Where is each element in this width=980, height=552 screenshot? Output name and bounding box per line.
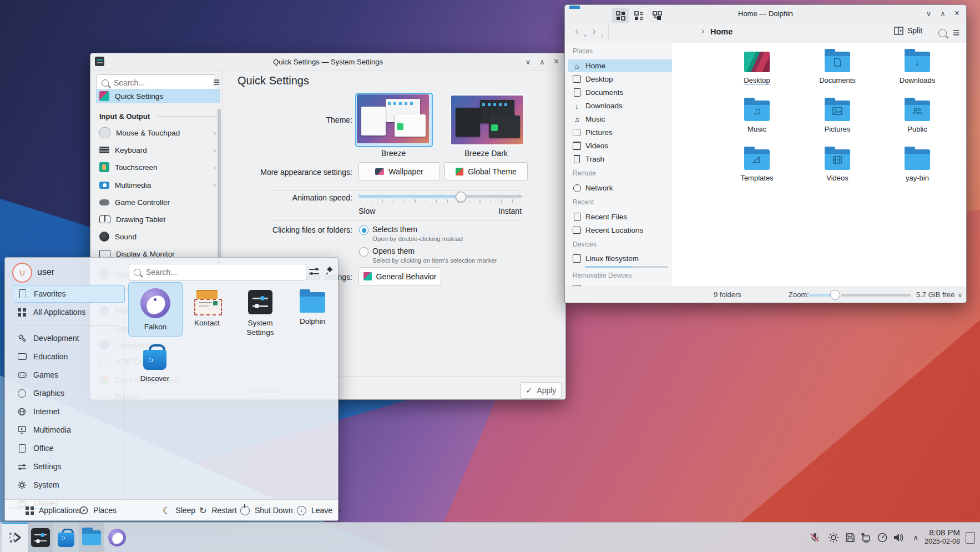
launcher-button[interactable] <box>2 523 28 552</box>
sleep-button[interactable]: ☾ Sleep <box>163 500 195 520</box>
sidebar-item-mouse-touchpad[interactable]: Mouse & Touchpad › <box>96 126 220 140</box>
network-icon[interactable] <box>860 532 871 543</box>
microphone-muted-icon[interactable] <box>809 532 820 543</box>
close-icon[interactable]: × <box>554 57 559 67</box>
folder-public[interactable]: Public <box>884 101 951 133</box>
app-tile-kontact[interactable]: Kontact <box>180 284 234 328</box>
category-all-applications[interactable]: All Applications <box>13 304 124 320</box>
sidebar-menu-icon[interactable]: ≡ <box>213 76 220 89</box>
app-tile-falkon[interactable]: Falkon <box>128 282 183 337</box>
animation-slider-track[interactable] <box>460 195 522 198</box>
task-dolphin[interactable] <box>79 523 104 552</box>
sidebar-item-quick-settings[interactable]: Quick Settings <box>96 89 220 103</box>
places-item-recent-files[interactable]: Recent Files <box>568 210 674 223</box>
places-item-trash[interactable]: Trash <box>568 153 674 165</box>
category-games[interactable]: Games <box>13 367 124 383</box>
zoom-slider-track[interactable] <box>841 294 911 297</box>
places-item-pictures[interactable]: Pictures <box>568 126 674 139</box>
avatar[interactable]: U <box>12 263 32 283</box>
disk-activity-icon[interactable] <box>845 532 856 543</box>
places-item-recent-locations[interactable]: Recent Locations <box>568 224 674 237</box>
category-multimedia[interactable]: Multimedia <box>13 421 124 438</box>
launcher-search-box[interactable] <box>129 264 306 280</box>
folder-music[interactable]: ♫ Music <box>724 101 790 133</box>
settings-search-input[interactable] <box>113 78 210 88</box>
places-item-linux-filesystem[interactable]: Linux filesystem <box>568 252 674 265</box>
places-item-home[interactable]: ⌂ Home <box>568 59 674 72</box>
category-system[interactable]: System <box>13 476 124 493</box>
maximize-icon[interactable]: ∧ <box>539 58 545 66</box>
sidebar-item-drawing-tablet[interactable]: Drawing Tablet <box>96 212 220 227</box>
places-item-desktop[interactable]: Desktop <box>568 73 674 86</box>
category-favorites[interactable]: Favorites <box>13 285 125 303</box>
tray-expand-icon[interactable]: ∧ <box>910 532 921 543</box>
category-graphics[interactable]: Graphics <box>13 385 124 402</box>
show-desktop-button[interactable] <box>966 532 975 544</box>
places-tab[interactable]: Places <box>79 500 117 520</box>
zoom-slider-handle[interactable] <box>830 290 840 300</box>
breadcrumb-home[interactable]: Home <box>710 27 733 36</box>
folder-downloads[interactable]: ↓ Downloads <box>884 52 951 84</box>
places-item-documents[interactable]: Documents <box>568 86 674 99</box>
category-internet[interactable]: Internet <box>13 403 124 420</box>
tree-view-button[interactable] <box>649 8 665 23</box>
sidebar-item-keyboard[interactable]: Keyboard › <box>96 143 220 157</box>
free-space-dropdown-icon[interactable]: ∨ <box>958 292 962 299</box>
folder-templates[interactable]: Templates <box>724 149 790 182</box>
minimize-icon[interactable]: ∨ <box>526 58 531 66</box>
category-education[interactable]: Education <box>13 348 124 365</box>
leave-dropdown-icon[interactable]: ∨ <box>337 508 341 514</box>
places-item-videos[interactable]: Videos <box>568 139 674 152</box>
apply-button[interactable]: ✓ Apply <box>521 382 562 399</box>
task-falkon[interactable] <box>104 523 130 552</box>
restart-button[interactable]: ↻ Restart <box>199 500 237 520</box>
category-settings[interactable]: Settings <box>13 458 124 475</box>
forward-dropdown-icon[interactable]: ∨ <box>600 33 604 38</box>
theme-breeze-dark-thumbnail[interactable] <box>450 94 524 145</box>
category-development[interactable]: Development <box>13 330 124 347</box>
places-item-music[interactable]: ♫ Music <box>568 113 674 126</box>
sidebar-item-touchscreen[interactable]: Touchscreen › <box>96 160 220 174</box>
sidebar-scrollbar[interactable] <box>218 109 221 275</box>
sidebar-item-sound[interactable]: Sound <box>96 229 220 244</box>
applications-tab[interactable]: Applications <box>26 500 81 520</box>
shutdown-button[interactable]: Shut Down <box>240 500 292 520</box>
animation-slider-track[interactable] <box>358 195 460 198</box>
radio-selects-label[interactable]: Selects them <box>372 225 417 234</box>
radio-selects-them[interactable] <box>359 225 368 235</box>
sidebar-item-game-controller[interactable]: Game Controller <box>96 195 220 209</box>
gauge-icon[interactable] <box>877 532 888 543</box>
category-office[interactable]: Office <box>13 440 124 456</box>
clock[interactable]: 8:08 PM 2025-02-08 <box>921 527 960 546</box>
split-button[interactable]: Split <box>894 26 922 35</box>
forward-icon[interactable]: › <box>592 24 596 37</box>
task-system-settings[interactable] <box>28 523 53 552</box>
hamburger-menu-icon[interactable]: ≡ <box>953 26 959 39</box>
wallpaper-button[interactable]: Wallpaper <box>358 162 440 180</box>
places-item-downloads[interactable]: ↓ Downloads <box>568 99 674 112</box>
general-behavior-button[interactable]: General Behavior <box>358 267 441 285</box>
app-tile-dolphin[interactable]: Dolphin <box>286 284 339 327</box>
leave-button[interactable]: ‹ Leave ∨ <box>297 500 341 520</box>
places-item-network[interactable]: Network <box>568 182 674 194</box>
back-icon[interactable]: ‹ <box>575 24 579 37</box>
app-tile-system-settings[interactable]: System Settings <box>234 284 287 338</box>
app-tile-discover[interactable]: :› Discover <box>128 340 181 384</box>
radio-opens-label[interactable]: Opens them <box>372 247 415 255</box>
minimize-icon[interactable]: ∨ <box>926 9 932 18</box>
pin-icon[interactable] <box>326 265 335 275</box>
global-theme-button[interactable]: Global Theme <box>444 162 528 180</box>
system-settings-titlebar[interactable]: Quick Settings — System Settings ∨ ∧ × <box>90 53 565 71</box>
brightness-icon[interactable] <box>828 532 839 543</box>
sidebar-item-multimedia[interactable]: Multimedia › <box>96 178 220 192</box>
launcher-search-input[interactable] <box>145 267 301 277</box>
task-discover[interactable]: :› <box>53 523 79 552</box>
folder-desktop[interactable]: Desktop <box>724 52 790 85</box>
volume-icon[interactable] <box>892 532 903 543</box>
maximize-icon[interactable]: ∧ <box>940 9 946 18</box>
close-icon[interactable]: × <box>954 8 959 18</box>
theme-breeze-thumbnail[interactable] <box>357 94 429 143</box>
animation-slider-handle[interactable] <box>456 192 466 202</box>
search-icon[interactable] <box>938 29 947 37</box>
folder-pictures[interactable]: Pictures <box>804 101 871 133</box>
